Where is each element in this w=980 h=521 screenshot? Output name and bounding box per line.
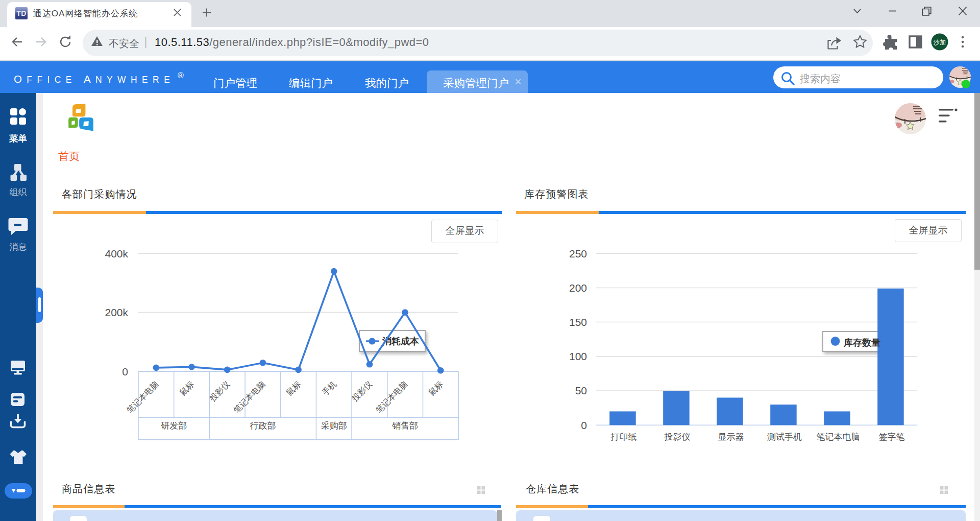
svg-text:打印纸: 打印纸	[610, 432, 637, 442]
svg-text:签字笔: 签字笔	[879, 432, 905, 442]
svg-text:200k: 200k	[105, 306, 128, 318]
svg-text:鼠标: 鼠标	[427, 380, 445, 397]
svg-text:50: 50	[575, 385, 587, 396]
svg-text:测试手机: 测试手机	[767, 432, 802, 442]
svg-text:行政部: 行政部	[250, 421, 276, 431]
svg-text:投影仪: 投影仪	[208, 380, 232, 404]
svg-text:100: 100	[569, 350, 587, 362]
svg-text:投影仪: 投影仪	[664, 432, 691, 442]
svg-text:鼠标: 鼠标	[178, 380, 196, 397]
svg-text:显示器: 显示器	[718, 432, 744, 442]
svg-text:150: 150	[569, 316, 587, 328]
svg-text:250: 250	[569, 248, 587, 259]
svg-text:0: 0	[122, 366, 128, 377]
svg-text:笔记本电脑: 笔记本电脑	[125, 380, 160, 415]
svg-text:手机: 手机	[321, 380, 338, 397]
svg-text:200: 200	[569, 282, 587, 294]
svg-text:0: 0	[581, 419, 587, 431]
svg-text:笔记本电脑: 笔记本电脑	[817, 432, 860, 442]
svg-text:400k: 400k	[105, 248, 128, 259]
svg-text:笔记本电脑: 笔记本电脑	[232, 380, 267, 415]
svg-text:销售部: 销售部	[392, 421, 418, 431]
svg-text:笔记本电脑: 笔记本电脑	[374, 380, 409, 415]
svg-text:鼠标: 鼠标	[285, 380, 303, 397]
svg-text:投影仪: 投影仪	[350, 380, 374, 404]
svg-text:采购部: 采购部	[321, 421, 347, 431]
svg-text:研发部: 研发部	[161, 421, 187, 431]
